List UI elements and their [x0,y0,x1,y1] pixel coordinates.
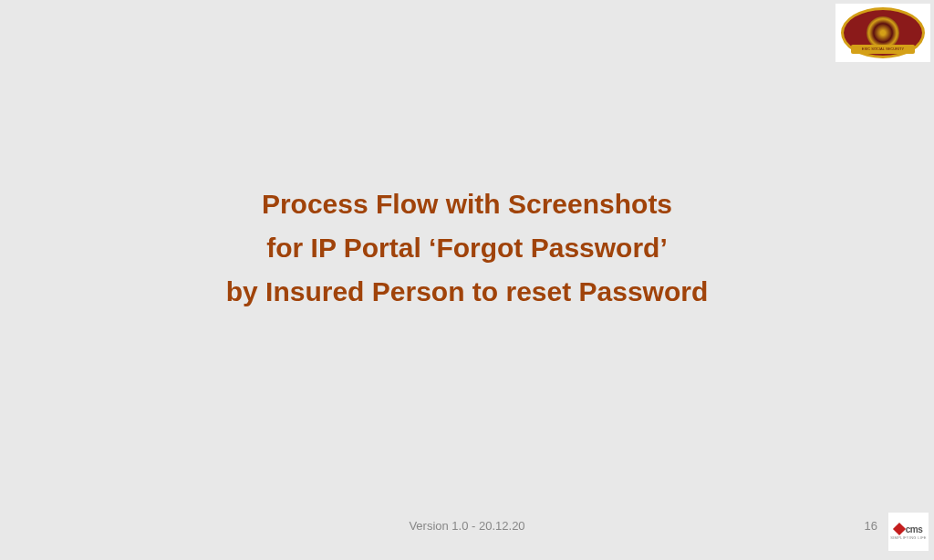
cms-square-icon [893,523,906,535]
presentation-slide: ESIC SOCIAL SECURITY Process Flow with S… [0,0,934,560]
cms-logo-container: cms SIMPLIFYING LIFE [888,513,929,551]
slide-title-block: Process Flow with Screenshots for IP Por… [0,182,934,314]
cms-logo-mark: cms [895,524,923,534]
cms-logo-text: cms [906,524,923,534]
title-line-1: Process Flow with Screenshots [0,182,934,226]
esic-logo-container: ESIC SOCIAL SECURITY [835,4,930,62]
title-line-3: by Insured Person to reset Password [0,270,934,314]
cms-tagline: SIMPLIFYING LIFE [890,535,927,540]
title-line-2: for IP Portal ‘Forgot Password’ [0,226,934,270]
footer-version-text: Version 1.0 - 20.12.20 [409,519,524,533]
esic-emblem-icon: ESIC SOCIAL SECURITY [841,7,925,58]
emblem-ribbon: ESIC SOCIAL SECURITY [851,45,915,54]
footer-page-number: 16 [865,519,877,533]
